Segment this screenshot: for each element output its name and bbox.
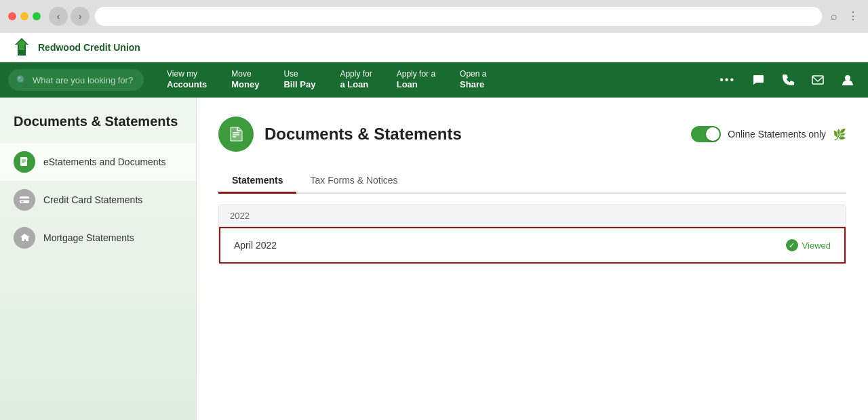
nav-view-accounts-line1: View my [167,69,207,80]
browser-nav-buttons: ‹ › [49,7,90,26]
sidebar-item-estatements[interactable]: eStatements and Documents [0,143,196,181]
minimize-button[interactable] [20,12,28,20]
maximize-button[interactable] [33,12,41,20]
sidebar-item-credit-card[interactable]: Credit Card Statements [0,181,196,219]
nav-items: View my Accounts Move Money Use Bill Pay… [155,62,714,98]
nav-open-share-line1: Open a [460,69,486,80]
svg-rect-7 [21,201,24,203]
nav-move-money-line1: Move [231,69,259,80]
toggle-label: Online Statements only [728,129,826,140]
app: Redwood Credit Union 🔍 What are you look… [0,33,868,420]
viewed-label: Viewed [802,240,831,251]
logo-text: Redwood Credit Union [38,42,140,53]
logo-icon [11,37,33,58]
sidebar-title: Documents & Statements [0,114,196,143]
main-content: Documents & Statements eStatements and D… [0,98,868,420]
close-button[interactable] [8,12,16,20]
nav-apply-loan1-line1: Apply for [340,69,372,80]
nav-bill-pay-line2: Bill Pay [283,79,315,91]
nav-move-money[interactable]: Move Money [219,62,271,98]
chat-icon[interactable] [746,68,770,92]
nav-bar: 🔍 What are you looking for? View my Acco… [0,62,868,98]
nav-apply-loan-2[interactable]: Apply for a Loan [384,62,448,98]
tab-statements[interactable]: Statements [218,168,296,192]
nav-right-icons: ••• [714,68,860,92]
online-statements-switch[interactable] [691,126,721,142]
svg-rect-2 [812,76,823,84]
forward-button[interactable]: › [71,7,90,26]
estatements-icon [14,151,35,173]
content-area: Documents & Statements Online Statements… [197,98,868,420]
viewed-badge: ✓ Viewed [786,239,831,251]
nav-move-money-line2: Money [231,79,259,91]
nav-apply-loan2-line1: Apply for a [397,69,435,80]
top-bar: Redwood Credit Union [0,33,868,62]
traffic-lights [8,12,41,20]
browser-chrome: ‹ › ⌕ ⋮ [0,0,868,33]
statement-date: April 2022 [234,240,277,251]
tabs: Statements Tax Forms & Notices [218,168,846,194]
nav-bill-pay-line1: Use [283,69,315,80]
search-placeholder: What are you looking for? [33,75,133,85]
document-icon [218,117,254,152]
tab-tax-forms[interactable]: Tax Forms & Notices [296,168,411,192]
content-title: Documents & Statements [264,125,462,144]
nav-open-share[interactable]: Open a Share [448,62,498,98]
more-options-button[interactable]: ••• [714,68,741,92]
address-bar[interactable] [95,7,822,26]
nav-view-accounts[interactable]: View my Accounts [155,62,219,98]
search-icon[interactable]: ⌕ [827,9,841,23]
logo: Redwood Credit Union [11,37,140,58]
nav-view-accounts-line2: Accounts [167,79,207,91]
nav-apply-loan-1[interactable]: Apply for a Loan [328,62,384,98]
sidebar-item-mortgage-label: Mortgage Statements [43,232,134,243]
nav-apply-loan1-line2: a Loan [340,79,372,91]
svg-point-3 [845,75,850,81]
mortgage-icon [14,227,35,249]
profile-icon[interactable] [835,68,860,92]
sidebar-item-credit-card-label: Credit Card Statements [43,194,142,205]
mail-icon[interactable] [806,68,830,92]
credit-card-icon [14,189,35,211]
content-header: Documents & Statements Online Statements… [218,117,846,152]
phone-icon[interactable] [776,68,800,92]
browser-icons: ⌕ ⋮ [827,9,860,23]
year-header: 2022 [219,205,846,227]
sidebar-item-mortgage[interactable]: Mortgage Statements [0,219,196,257]
sidebar: Documents & Statements eStatements and D… [0,98,197,420]
nav-apply-loan2-line2: Loan [397,79,435,91]
statements-container: 2022 April 2022 ✓ Viewed [218,205,846,264]
nav-bill-pay[interactable]: Use Bill Pay [271,62,328,98]
online-statements-toggle: Online Statements only 🌿 [691,126,846,142]
toggle-knob [706,127,719,141]
back-button[interactable]: ‹ [49,7,68,26]
sidebar-item-estatements-label: eStatements and Documents [43,156,166,167]
content-title-group: Documents & Statements [218,117,462,152]
check-icon: ✓ [786,239,798,251]
leaf-icon: 🌿 [833,128,846,141]
menu-icon[interactable]: ⋮ [846,9,860,23]
svg-rect-6 [20,198,29,201]
search-box[interactable]: 🔍 What are you looking for? [8,69,144,91]
nav-open-share-line2: Share [460,79,486,91]
search-icon: 🔍 [16,75,27,85]
statement-row[interactable]: April 2022 ✓ Viewed [219,227,846,264]
